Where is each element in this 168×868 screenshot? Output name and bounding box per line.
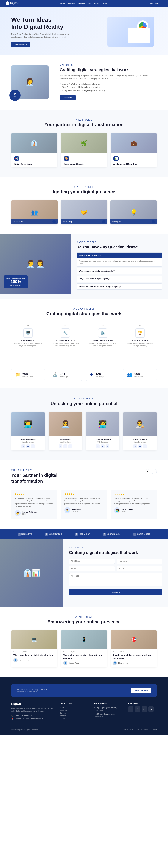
faq-item-0: What is a digital agency? A digital agen…	[77, 252, 162, 267]
footer-bottom-link-terms[interactable]: Terms of Service	[136, 729, 148, 731]
faq-item-1: What services do digital agencies offer?	[77, 268, 162, 274]
footer-news-headline-1[interactable]: Amplify your digital presence	[94, 713, 122, 715]
footer-link-portfolio[interactable]: Portfolio	[60, 715, 88, 717]
stat-num-ratings: 12k+	[95, 372, 104, 376]
service-img-icon-advertising: 👔	[11, 133, 57, 154]
process-grid: 01 🖥️ Digital Strategy We start with a c…	[11, 322, 157, 350]
about-years-badge: 25 Years+	[9, 90, 20, 101]
team-card-leslie: 👩‍💻 Leslie Alexander Web Developer 𝕏 in …	[86, 412, 120, 451]
footer-social-facebook[interactable]: f	[128, 707, 133, 712]
process-title: Crafting digital strategies that work	[11, 311, 157, 316]
project-arrow-icon-2[interactable]: →	[102, 220, 106, 223]
team-social-linkedin-joanna[interactable]: in	[64, 444, 67, 448]
project-card-advertising[interactable]: 🤝 Advertising →	[61, 200, 107, 224]
project-card-management[interactable]: 💡 Management →	[110, 200, 157, 224]
team-social-linkedin-leslie[interactable]: in	[101, 444, 104, 448]
footer-bottom-link-privacy[interactable]: Privacy Policy	[123, 729, 133, 731]
team-social-twitter-leslie[interactable]: 𝕏	[96, 444, 100, 448]
nav-link-contact[interactable]: Contact	[102, 2, 109, 4]
footer-bottom-link-support[interactable]: Support	[151, 729, 157, 731]
team-photo-joanna: 👩‍💼	[48, 412, 82, 436]
team-info-joanna: Joanna Bell Web Developer 𝕏 in f	[48, 436, 82, 451]
nav-link-pages[interactable]: Pages	[94, 2, 99, 4]
footer-link-contact[interactable]: Contact	[60, 718, 88, 719]
testimonials-prev-button[interactable]: ‹	[145, 469, 150, 474]
process-card-2: 03 ⚙️ Engine Optimization SEO optimizati…	[86, 322, 120, 350]
footer-link-home[interactable]: Home	[60, 707, 88, 708]
nav-link-blog[interactable]: Blog	[88, 2, 91, 4]
services-title: Your partner in digital transformation	[11, 122, 157, 127]
hero-cta-button[interactable]: Discover More	[11, 42, 30, 47]
footer-social-linkedin[interactable]: in	[142, 707, 147, 712]
faq-question-0[interactable]: What is a digital agency?	[77, 252, 162, 258]
service-name-advertising: Digital Advertising	[14, 163, 55, 165]
about-title: Crafting digital strategies that work	[60, 67, 157, 73]
news-meta-1: December 12, 2024	[63, 651, 105, 653]
phone-icon: 📞	[11, 715, 13, 717]
news-grid: 💻 December 12, 2024 Where creativity mee…	[11, 630, 157, 668]
about-content: // ABOUT US Crafting digital strategies …	[60, 64, 157, 100]
footer-news-item-0: The right digital growth strategy Dec 12…	[94, 707, 122, 711]
footer-bottom-links: Privacy Policy Terms of Service Support	[123, 729, 157, 731]
footer-social-twitter[interactable]: 𝕏	[135, 707, 140, 712]
team-socials-joanna: 𝕏 in f	[51, 444, 80, 448]
brand-logo-2: ◈ TechVision	[75, 532, 90, 535]
hero-title: We Turn Ideas Into Digital Reality	[11, 16, 104, 31]
contact-message-textarea[interactable]	[69, 573, 162, 586]
brand-icon-1: ◉	[45, 532, 48, 535]
contact-first-name-input[interactable]	[69, 559, 115, 564]
team-social-twitter-ronald[interactable]: 𝕏	[21, 444, 25, 448]
faq-question-2[interactable]: Why should I hire a digital agency?	[77, 276, 162, 282]
project-tag-advertising: Advertising →	[61, 219, 107, 224]
process-icon-media-management: 🔧	[61, 328, 70, 338]
project-arrow-icon[interactable]: →	[52, 220, 56, 223]
testimonials-tag: // CLIENTS REVIEW	[11, 469, 64, 471]
process-desc-2: SEO optimization puts your brand in fron…	[89, 342, 117, 347]
team-info-leslie: Leslie Alexander Web Developer 𝕏 in f	[86, 436, 120, 451]
brands-section: ◈ DigitalPro ◉ Synchrotron ◈ TechVision …	[0, 529, 168, 539]
faq-question-1[interactable]: What services do digital agencies offer?	[77, 268, 162, 274]
footer-social-instagram[interactable]: ig	[149, 707, 154, 712]
brand-icon-0: ◈	[18, 532, 21, 535]
team-social-fb-darrell[interactable]: f	[143, 444, 147, 448]
news-img-2: 🎯	[111, 630, 157, 649]
team-social-twitter-darrell[interactable]: 𝕏	[133, 444, 137, 448]
footer-subscribe-button[interactable]: Subscribe Now	[131, 688, 151, 693]
contact-phone-input[interactable]	[117, 566, 162, 571]
footer-link-services[interactable]: Services	[60, 712, 88, 714]
footer-link-about[interactable]: About Us	[60, 709, 88, 711]
team-name-darrell: Darrell Steward	[125, 438, 155, 441]
nav-link-features[interactable]: Features	[68, 2, 75, 4]
team-social-linkedin-darrell[interactable]: in	[138, 444, 142, 448]
team-social-linkedin-ronald[interactable]: in	[26, 444, 30, 448]
team-role-darrell: Web Developer	[125, 441, 155, 443]
faq-question-3[interactable]: How much does it cost to hire a digital …	[77, 284, 162, 289]
team-social-fb-joanna[interactable]: f	[68, 444, 72, 448]
nav-link-services[interactable]: Services	[78, 2, 85, 4]
contact-submit-button[interactable]: Send Now	[69, 589, 162, 595]
nav-logo-icon: D	[6, 1, 9, 5]
contact-email-input[interactable]	[69, 566, 115, 571]
project-card-optimization[interactable]: 👥 Optimization →	[11, 200, 58, 224]
process-icon-industry-design: 🏆	[135, 328, 145, 338]
team-social-twitter-joanna[interactable]: 𝕏	[58, 444, 62, 448]
project-arrow-icon-3[interactable]: →	[152, 220, 155, 223]
testimonials-next-button[interactable]: ›	[152, 469, 157, 474]
team-grid: 👨‍💻 Ronald Richards Web Developer 𝕏 in f…	[11, 412, 157, 451]
nav-link-home[interactable]: Home	[60, 2, 66, 4]
service-icon-branding: 🎨	[65, 157, 68, 160]
team-socials-ronald: 𝕏 in f	[13, 444, 43, 448]
team-social-fb-leslie[interactable]: f	[106, 444, 110, 448]
contact-last-name-input[interactable]	[117, 559, 162, 564]
location-icon: 📍	[11, 718, 13, 720]
team-socials-leslie: 𝕏 in f	[88, 444, 117, 448]
team-social-fb-ronald[interactable]: f	[31, 444, 35, 448]
faq-satisfaction-badge: Project Management Guide 100% Clients Sa…	[4, 275, 28, 288]
process-desc-1: Effective media management drives your b…	[51, 342, 79, 347]
footer-news-headline-0[interactable]: The right digital growth strategy	[94, 707, 122, 709]
about-cta-button[interactable]: Read More	[60, 95, 76, 100]
service-info-advertising: 📢 Digital Advertising	[11, 154, 57, 167]
service-icon-wrap-branding: 🎨	[64, 156, 69, 161]
team-title: Unlocking your online potential	[11, 401, 157, 406]
process-section: // SIMPLY PROCESS Crafting digital strat…	[0, 299, 168, 365]
